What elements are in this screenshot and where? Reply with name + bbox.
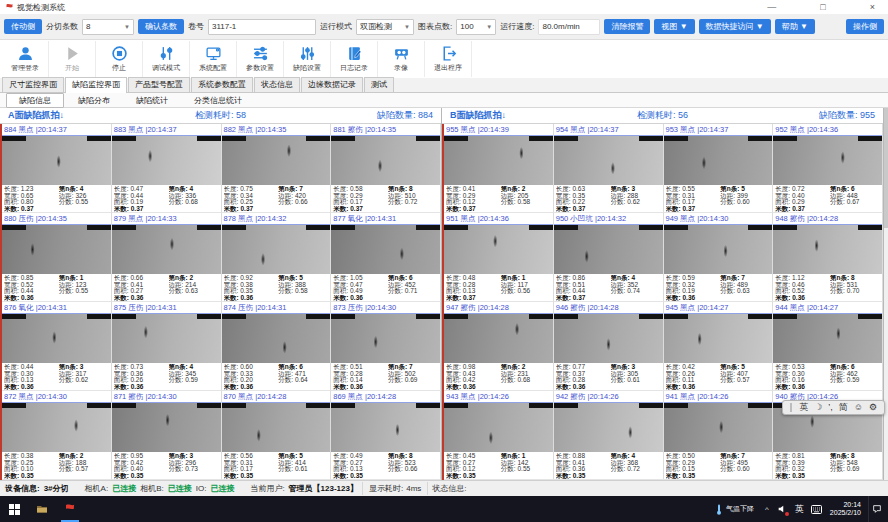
ime-emoji-icon[interactable]: ☺ [854, 401, 863, 414]
thermometer-icon [715, 504, 723, 515]
start-button[interactable] [0, 496, 28, 522]
defect-cell[interactable]: 952 黑点 |20:14:36长度: 0.72宽度: 0.40面积: 0.29… [773, 124, 883, 213]
run-mode-select[interactable]: 双面检测▼ [356, 19, 414, 35]
status-info-label: 状态信息: [432, 483, 466, 494]
defect-cell[interactable]: 882 黑点 |20:14:35长度: 0.75宽度: 0.34面积: 0.25… [222, 124, 332, 213]
defect-cell[interactable]: 872 黑点 |20:14:30长度: 0.38宽度: 0.25面积: 0.10… [2, 391, 112, 480]
action-center-icon[interactable] [868, 496, 884, 522]
operator-side-button[interactable]: 操作侧 [846, 19, 884, 34]
maximize-button[interactable]: □ [820, 3, 825, 12]
defect-cell[interactable]: 944 黑点 |20:14:27长度: 0.53宽度: 0.30面积: 0.16… [773, 302, 883, 391]
subtab-0[interactable]: 缺陷信息 [6, 93, 64, 108]
toolbar-button-monitor[interactable]: 系统配置 [190, 41, 237, 77]
defect-cell-info: 长度: 0.41宽度: 0.29面积: 0.12米数: 0.37第n条: 2边距… [444, 185, 553, 212]
defect-thumbnail [444, 136, 553, 185]
tab-6[interactable]: 测试 [364, 77, 394, 92]
volume-icon[interactable] [776, 503, 788, 515]
subtab-1[interactable]: 缺陷分布 [66, 94, 122, 107]
defect-cell[interactable]: 877 氧化 |20:14:31长度: 1.05宽度: 0.47面积: 0.49… [331, 213, 441, 302]
defect-cell[interactable]: 869 黑点 |20:14:28长度: 0.49宽度: 0.27面积: 0.13… [331, 391, 441, 480]
defect-cell-header: 948 擦伤 |20:14:28 [773, 213, 882, 225]
tab-2[interactable]: 产品型号配置 [128, 77, 190, 92]
ime-simplified-toggle[interactable]: 简 [839, 401, 848, 414]
toolbar-button-debug-sliders[interactable]: 调试模式 [143, 41, 190, 77]
defect-cell[interactable]: 945 黑点 |20:14:27长度: 0.42宽度: 0.26面积: 0.11… [664, 302, 774, 391]
toolbar-button-stop[interactable]: 停止 [96, 41, 143, 77]
taskbar-app-icon-active[interactable] [56, 496, 84, 522]
ime-mode-en[interactable]: 英 [799, 401, 808, 414]
defect-cell[interactable]: 871 擦伤 |20:14:30长度: 0.95宽度: 0.42面积: 0.40… [112, 391, 222, 480]
tray-expand-caret[interactable]: ^ [765, 505, 769, 514]
defect-cell[interactable]: 881 擦伤 |20:14:35长度: 0.58宽度: 0.29面积: 0.17… [331, 124, 441, 213]
tab-0[interactable]: 尺寸监控界面 [2, 77, 64, 92]
ime-punctuation-toggle[interactable]: ’, [828, 401, 833, 414]
toolbar-button-params-sliders[interactable]: 参数设置 [237, 41, 284, 77]
tab-3[interactable]: 系统参数配置 [191, 77, 253, 92]
defect-cell[interactable]: 948 擦伤 |20:14:28长度: 1.12宽度: 0.46面积: 0.52… [773, 213, 883, 302]
subtab-2[interactable]: 缺陷统计 [124, 94, 180, 107]
defect-cell[interactable]: 951 黑点 |20:14:36长度: 0.48宽度: 0.28面积: 0.13… [444, 213, 554, 302]
defect-cell[interactable]: 870 黑点 |20:14:28长度: 0.56宽度: 0.31面积: 0.17… [222, 391, 332, 480]
slit-count-label: 分切条数 [46, 21, 78, 32]
defect-cell[interactable]: 942 擦伤 |20:14:26长度: 0.88宽度: 0.41面积: 0.36… [554, 391, 664, 480]
panel-title[interactable]: B面缺陷抓拍↓ [450, 109, 506, 122]
toolbar-button-user[interactable]: 管理登录 [2, 41, 49, 77]
help-menu-button[interactable]: 帮助 ▼ [775, 19, 815, 34]
defect-cell[interactable]: 875 压伤 |20:14:31长度: 0.73宽度: 0.36面积: 0.26… [112, 302, 222, 391]
ime-drag-handle[interactable] [790, 403, 792, 412]
defect-cell[interactable]: 941 黑点 |20:14:26长度: 0.50宽度: 0.29面积: 0.15… [664, 391, 774, 480]
defect-cell[interactable]: 955 黑点 |20:14:39长度: 0.41宽度: 0.29面积: 0.12… [444, 124, 554, 213]
confirm-count-button[interactable]: 确认条数 [138, 19, 184, 34]
stop-icon [111, 45, 128, 62]
taskbar-app-icon-1[interactable] [28, 496, 56, 522]
tab-1[interactable]: 缺陷监控界面 [65, 77, 127, 93]
defect-cell[interactable]: 883 黑点 |20:14:37长度: 0.47宽度: 0.44面积: 0.19… [112, 124, 222, 213]
defect-cell[interactable]: 950 小凹坑 |20:14:32长度: 0.86宽度: 0.51面积: 0.4… [554, 213, 664, 302]
slit-count-select[interactable]: 8▼ [82, 19, 134, 35]
roll-number-input[interactable]: 3117-1 [208, 19, 316, 35]
chart-points-select[interactable]: 100▼ [456, 19, 496, 35]
tab-5[interactable]: 边缘数据记录 [301, 77, 363, 92]
tab-4[interactable]: 状态信息 [254, 77, 300, 92]
defect-cell[interactable]: 954 黑点 |20:14:37长度: 0.63宽度: 0.35面积: 0.22… [554, 124, 664, 213]
defect-cell[interactable]: 949 黑点 |20:14:30长度: 0.59宽度: 0.32面积: 0.19… [664, 213, 774, 302]
defect-cell-info: 长度: 0.47宽度: 0.44面积: 0.19米数: 0.37第n条: 4边距… [112, 185, 221, 212]
defect-cell[interactable]: 943 黑点 |20:14:26长度: 0.45宽度: 0.27面积: 0.12… [444, 391, 554, 480]
defect-cell-header: 877 氧化 |20:14:31 [331, 213, 440, 225]
defect-cell[interactable]: 947 擦伤 |20:14:28长度: 0.98宽度: 0.43面积: 0.42… [444, 302, 554, 391]
ime-night-mode-icon[interactable]: ☽ [814, 401, 822, 414]
toolbar-button-camera[interactable]: 录像 [378, 41, 425, 77]
data-access-menu-button[interactable]: 数据快捷访问 ▼ [699, 19, 771, 34]
defect-cell-info: 长度: 0.92宽度: 0.38面积: 0.35米数: 0.36第n条: 5边距… [222, 274, 331, 301]
defect-cell[interactable]: 878 黑点 |20:14:32长度: 0.92宽度: 0.38面积: 0.35… [222, 213, 332, 302]
weather-widget[interactable]: 气温下降 [711, 496, 758, 522]
ime-settings-gear-icon[interactable]: ⚙ [869, 401, 877, 414]
toolbar-button-play[interactable]: 开始 [49, 41, 96, 77]
taskbar-clock[interactable]: 20:14 2025/2/10 [830, 501, 861, 517]
defect-cell[interactable]: 946 擦伤 |20:14:28长度: 0.77宽度: 0.37面积: 0.28… [554, 302, 664, 391]
toolbar-button-exit[interactable]: 退出程序 [425, 41, 472, 77]
view-menu-button[interactable]: 视图 ▼ [654, 19, 694, 34]
ime-keyboard-icon[interactable] [811, 503, 823, 515]
panel-title[interactable]: A面缺陷抓拍↓ [8, 109, 64, 122]
roll-label: 卷号 [188, 21, 204, 32]
defect-cell[interactable]: 880 压伤 |20:14:35长度: 0.85宽度: 0.52面积: 0.44… [2, 213, 112, 302]
drive-side-button[interactable]: 传动侧 [4, 19, 42, 34]
language-indicator[interactable]: 英 [795, 503, 804, 516]
defect-cell-header: 876 氧化 |20:14:31 [2, 302, 111, 314]
defect-cell[interactable]: 953 黑点 |20:14:37长度: 0.55宽度: 0.31面积: 0.17… [664, 124, 774, 213]
defect-cell[interactable]: 873 压伤 |20:14:30长度: 0.51宽度: 0.28面积: 0.14… [331, 302, 441, 391]
toolbar-button-log[interactable]: 日志记录 [331, 41, 378, 77]
defect-cell[interactable]: 879 黑点 |20:14:33长度: 0.66宽度: 0.41面积: 0.27… [112, 213, 222, 302]
main-tabs: 尺寸监控界面缺陷监控界面产品型号配置系统参数配置状态信息边缘数据记录测试 [0, 78, 888, 93]
subtab-3[interactable]: 分类信息统计 [182, 94, 254, 107]
defect-cell[interactable]: 876 氧化 |20:14:31长度: 0.44宽度: 0.30面积: 0.13… [2, 302, 112, 391]
defect-thumbnail [773, 136, 882, 185]
clear-alarm-button[interactable]: 清除报警 [604, 19, 650, 34]
toolbar-button-defect-sliders[interactable]: 缺陷设置 [284, 41, 331, 77]
defect-cell[interactable]: 874 压伤 |20:14:31长度: 0.60宽度: 0.33面积: 0.20… [222, 302, 332, 391]
minimize-button[interactable]: — [767, 3, 776, 12]
scrollbar[interactable] [884, 108, 888, 480]
defect-cell[interactable]: 884 黑点 |20:14:37长度: 1.23宽度: 0.65面积: 0.80… [2, 124, 112, 213]
close-button[interactable]: × [870, 3, 875, 12]
